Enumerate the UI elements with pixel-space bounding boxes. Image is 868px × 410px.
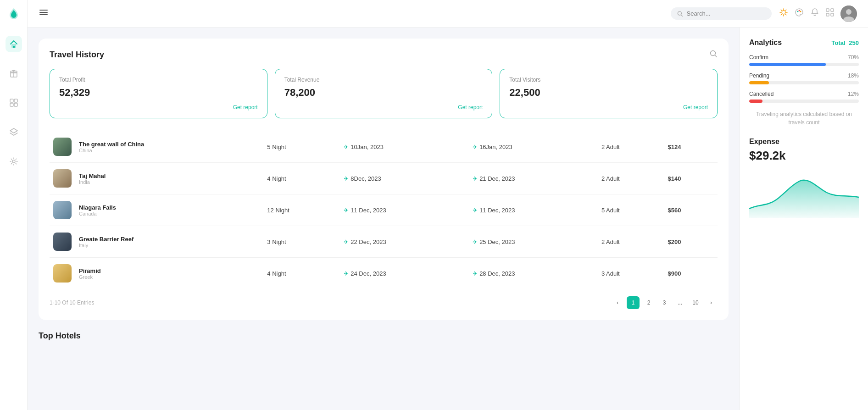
sidebar xyxy=(0,0,28,410)
theme-icon[interactable] xyxy=(779,8,788,19)
arrive-icon: ✈ xyxy=(473,175,478,182)
arrive-cell: ✈16Jan, 2023 xyxy=(469,131,598,163)
svg-rect-6 xyxy=(10,103,13,106)
sidebar-item-settings[interactable] xyxy=(6,153,22,170)
svg-line-34 xyxy=(715,55,717,57)
sidebar-item-gift[interactable] xyxy=(6,65,22,82)
stat-profit-value: 52,329 xyxy=(59,87,258,99)
nights-cell: 4 Night xyxy=(263,163,340,194)
guests-cell: 5 Adult xyxy=(598,194,664,226)
price-cell: $140 xyxy=(664,163,718,194)
destination-country: China xyxy=(79,148,260,153)
analytics-bars: Confirm 70% Pending 18% Cancelled 12% xyxy=(749,54,859,103)
pagination-next[interactable]: › xyxy=(705,296,718,309)
nights-cell: 12 Night xyxy=(263,194,340,226)
table-row: Greate Barrier Reef Italy 3 Night ✈22 De… xyxy=(50,226,718,258)
pagination-page-1[interactable]: 1 xyxy=(627,296,640,309)
menu-hamburger-icon[interactable] xyxy=(39,7,49,20)
pagination-page-3[interactable]: 3 xyxy=(658,296,671,309)
entries-info: 1-10 Of 10 Entries xyxy=(50,299,94,306)
palette-icon[interactable] xyxy=(795,8,804,19)
pagination-prev[interactable]: ‹ xyxy=(611,296,624,309)
stat-visitors-label: Total Visitors xyxy=(509,77,708,83)
arrive-icon: ✈ xyxy=(473,144,478,150)
expense-value: $29.2k xyxy=(749,149,859,163)
table-row: The great wall of China China 5 Night ✈1… xyxy=(50,131,718,163)
analytics-total: Total 250 xyxy=(832,39,859,46)
svg-point-25 xyxy=(799,10,800,11)
arrive-icon: ✈ xyxy=(473,270,478,277)
destination-name: Niagara Falls xyxy=(79,204,260,211)
stat-visitors-value: 22,500 xyxy=(509,87,708,99)
table-row: Piramid Greek 4 Night ✈24 Dec, 2023 ✈28 … xyxy=(50,258,718,289)
analytics-note: Traveling analytics calculated based on … xyxy=(749,110,859,127)
stat-visitors-link[interactable]: Get report xyxy=(509,104,708,111)
travel-history-card: Travel History Total Profit 52,329 Get r… xyxy=(39,39,729,320)
notification-icon[interactable] xyxy=(810,8,819,19)
avatar[interactable] xyxy=(840,6,857,22)
arrive-cell: ✈28 Dec, 2023 xyxy=(469,258,598,289)
bar-track xyxy=(749,63,859,66)
svg-rect-7 xyxy=(14,103,17,106)
destination-thumbnail xyxy=(53,201,72,219)
top-hotels-section: Top Hotels xyxy=(39,331,729,341)
bar-pct: 70% xyxy=(848,54,859,61)
stat-revenue-link[interactable]: Get report xyxy=(284,104,483,111)
svg-line-19 xyxy=(781,10,781,10)
nights-cell: 3 Night xyxy=(263,226,340,258)
depart-icon: ✈ xyxy=(344,144,349,150)
stat-card-revenue: Total Revenue 78,200 Get report xyxy=(275,69,493,118)
search-icon-header[interactable] xyxy=(709,50,718,60)
table-row: Taj Mahal India 4 Night ✈8Dec, 2023 ✈21 … xyxy=(50,163,718,194)
sidebar-item-layers[interactable] xyxy=(6,124,22,140)
sidebar-item-dashboard[interactable] xyxy=(6,94,22,111)
destination-name: Greate Barrier Reef xyxy=(79,236,260,243)
svg-point-31 xyxy=(846,9,851,15)
stat-card-profit: Total Profit 52,329 Get report xyxy=(50,69,267,118)
svg-rect-28 xyxy=(826,13,829,16)
svg-rect-1 xyxy=(13,46,15,48)
travel-history-title: Travel History xyxy=(50,50,104,60)
pagination-page-10[interactable]: 10 xyxy=(689,296,702,309)
arrive-icon: ✈ xyxy=(473,207,478,214)
destination-thumbnail xyxy=(53,138,72,156)
expense-title: Expense xyxy=(749,138,859,146)
destination-name: Piramid xyxy=(79,267,260,274)
bar-pct: 12% xyxy=(848,91,859,97)
search-input[interactable] xyxy=(687,10,766,17)
stat-card-visitors: Total Visitors 22,500 Get report xyxy=(500,69,718,118)
guests-cell: 2 Adult xyxy=(598,226,664,258)
stat-profit-label: Total Profit xyxy=(59,77,258,83)
analytics-bar-row-confirm: Confirm 70% xyxy=(749,54,859,66)
svg-point-23 xyxy=(797,11,799,12)
stat-revenue-label: Total Revenue xyxy=(284,77,483,83)
destination-thumbnail xyxy=(53,169,72,188)
pagination-page-2[interactable]: 2 xyxy=(642,296,655,309)
stat-revenue-value: 78,200 xyxy=(284,87,483,99)
pagination-page-...[interactable]: ... xyxy=(673,296,686,309)
bar-track xyxy=(749,81,859,84)
svg-line-13 xyxy=(681,15,682,16)
analytics-title: Analytics xyxy=(749,39,782,47)
nights-cell: 4 Night xyxy=(263,258,340,289)
arrive-cell: ✈21 Dec, 2023 xyxy=(469,163,598,194)
apps-icon[interactable] xyxy=(826,8,834,19)
bar-pct: 18% xyxy=(848,72,859,79)
sidebar-item-home[interactable] xyxy=(6,36,22,52)
arrive-cell: ✈11 Dec, 2023 xyxy=(469,194,598,226)
depart-icon: ✈ xyxy=(344,175,349,182)
search-icon xyxy=(677,11,683,17)
search-bar[interactable] xyxy=(671,7,772,20)
svg-rect-4 xyxy=(10,99,13,102)
analytics-bar-row-cancelled: Cancelled 12% xyxy=(749,91,859,103)
svg-line-22 xyxy=(781,14,781,15)
depart-cell: ✈10Jan, 2023 xyxy=(340,131,469,163)
destination-country: India xyxy=(79,179,260,185)
svg-point-33 xyxy=(711,51,716,56)
stat-profit-link[interactable]: Get report xyxy=(59,104,258,111)
pagination-pages: ‹123...10› xyxy=(611,296,718,309)
destination-country: Canada xyxy=(79,211,260,216)
depart-cell: ✈22 Dec, 2023 xyxy=(340,226,469,258)
destination-thumbnail xyxy=(53,264,72,283)
svg-rect-29 xyxy=(831,13,834,16)
